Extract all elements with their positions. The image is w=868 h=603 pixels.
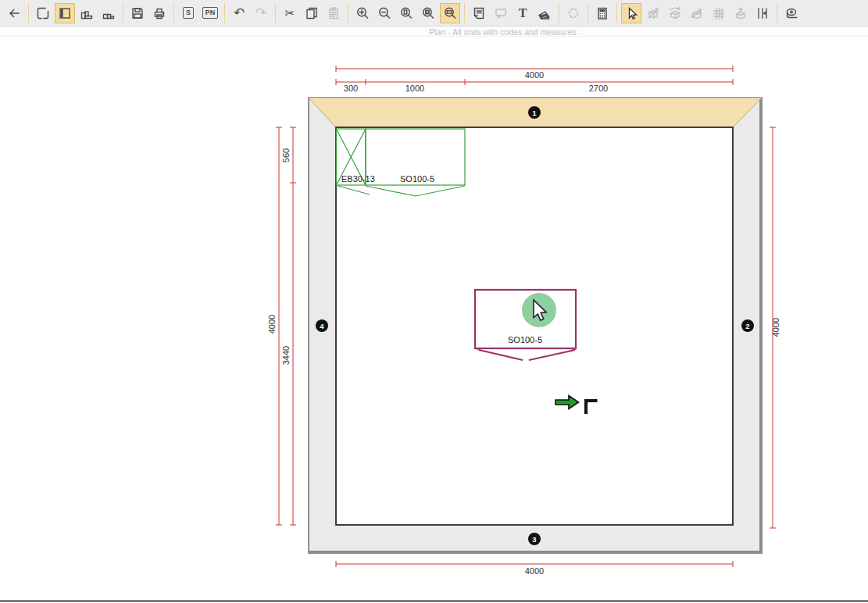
dim-top-total-label: 4000: [525, 70, 544, 80]
svg-text:1: 1: [532, 109, 537, 117]
back-icon: [6, 5, 22, 21]
toolbar-separator: [616, 3, 617, 23]
wall-marker-1: 1: [528, 106, 541, 119]
comment-button[interactable]: [491, 3, 511, 23]
room-shape-icon: [35, 5, 51, 21]
undo-icon: ↶: [234, 6, 245, 20]
unit-so100-5-wall-label: SO100-5: [400, 174, 434, 184]
cut-button[interactable]: ✂: [280, 3, 300, 23]
pn-view-button[interactable]: PN: [200, 3, 220, 23]
toolbar-separator: [348, 3, 348, 23]
toolbar-separator: [173, 3, 174, 23]
drag-unit-icon: [689, 5, 705, 21]
zoom-actual-button[interactable]: [396, 3, 416, 23]
dim-left-seg1-label: 560: [281, 148, 291, 162]
redo-icon: ↷: [255, 6, 266, 20]
text-tool-button[interactable]: T: [513, 3, 533, 23]
copy-button[interactable]: [302, 3, 322, 23]
rotate-unit-button[interactable]: [665, 3, 685, 23]
back-button[interactable]: [4, 3, 24, 23]
tape-measure-button[interactable]: [781, 3, 802, 23]
s-view-button[interactable]: S: [178, 3, 198, 23]
toolbar-separator: [224, 3, 225, 23]
dim-top-seg1-label: 300: [344, 84, 358, 93]
zoom-extents-icon: [442, 5, 458, 21]
zoom-page-button[interactable]: [418, 3, 438, 23]
text-tool-icon: T: [519, 7, 527, 20]
main-toolbar: S PN ↶ ↷ ✂: [0, 0, 868, 27]
calculator-icon: [595, 5, 610, 21]
cut-icon: ✂: [285, 7, 295, 19]
room-shape-button[interactable]: [33, 3, 53, 23]
lift-unit-icon: [733, 5, 748, 21]
note-icon: [471, 5, 487, 21]
svg-text:2: 2: [745, 322, 749, 330]
svg-text:3: 3: [532, 535, 536, 544]
toolbar-separator: [559, 3, 559, 23]
svg-text:4: 4: [320, 322, 324, 330]
view-title-bar: Plan - All units with codes and measures: [0, 27, 868, 37]
rotate-view-button[interactable]: [563, 3, 584, 23]
unit-eb30-13-label: EB30-13: [341, 174, 375, 184]
pn-view-icon: PN: [202, 7, 219, 19]
rotate-unit-icon: [667, 5, 683, 21]
copy-icon: [304, 5, 320, 21]
select-pointer-button[interactable]: [621, 3, 641, 23]
elevation-view-button[interactable]: [77, 3, 97, 23]
cursor-overlay: [522, 293, 556, 327]
move-unit-button[interactable]: [643, 3, 663, 23]
section-view-button[interactable]: [98, 3, 119, 23]
zoom-page-icon: [420, 5, 436, 21]
materials-button[interactable]: [534, 3, 555, 23]
move-unit-icon: [645, 5, 661, 21]
s-view-icon: S: [183, 7, 194, 19]
unit-so100-5-selected-label: SO100-5: [508, 335, 542, 344]
plan-canvas[interactable]: 4000 300 1000 2700 4000 560 3440 4000 40…: [0, 37, 868, 601]
redo-button[interactable]: ↷: [251, 3, 271, 23]
dimension-left-segments: [290, 127, 296, 525]
dim-top-seg2-label: 1000: [405, 84, 424, 93]
grid-button[interactable]: [709, 3, 729, 23]
plan-view-icon: [57, 5, 73, 21]
print-button[interactable]: [149, 3, 170, 23]
wall-marker-2: 2: [741, 319, 754, 332]
note-button[interactable]: [469, 3, 489, 23]
distribute-walls-button[interactable]: [752, 3, 773, 23]
print-icon: [152, 5, 167, 21]
toolbar-separator: [28, 3, 29, 23]
paste-button[interactable]: [323, 3, 344, 23]
toolbar-separator: [777, 3, 777, 23]
dim-top-seg3-label: 2700: [589, 84, 608, 93]
zoom-in-icon: [355, 5, 370, 21]
toolbar-separator: [275, 3, 276, 23]
calculator-button[interactable]: [592, 3, 613, 23]
zoom-actual-icon: [398, 5, 414, 21]
wall-marker-3: 3: [528, 533, 541, 545]
drag-unit-button[interactable]: [687, 3, 707, 23]
rotate-view-icon: [566, 5, 581, 21]
zoom-out-button[interactable]: [374, 3, 395, 23]
dim-left-total-label: 4000: [267, 315, 277, 334]
comment-icon: [493, 5, 509, 21]
dim-left-seg2-label: 3440: [281, 346, 291, 365]
dimension-top-segments: [336, 79, 733, 85]
toolbar-separator: [588, 3, 588, 23]
lift-unit-button[interactable]: [730, 3, 751, 23]
distribute-walls-icon: [755, 5, 770, 21]
select-pointer-icon: [623, 5, 639, 21]
view-title: Plan - All units with codes and measures: [429, 27, 577, 37]
toolbar-separator: [464, 3, 465, 23]
paste-icon: [326, 5, 341, 21]
save-button[interactable]: [127, 3, 148, 23]
zoom-out-icon: [377, 5, 392, 21]
elevation-view-icon: [79, 5, 95, 21]
undo-button[interactable]: ↶: [229, 3, 249, 23]
section-view-icon: [101, 5, 116, 21]
zoom-extents-button[interactable]: [440, 3, 460, 23]
dim-right-total-label: 4000: [771, 318, 780, 337]
plan-view-button[interactable]: [55, 3, 75, 23]
materials-icon: [537, 5, 552, 21]
save-icon: [130, 5, 145, 21]
zoom-in-button[interactable]: [352, 3, 373, 23]
tape-measure-icon: [784, 5, 799, 21]
